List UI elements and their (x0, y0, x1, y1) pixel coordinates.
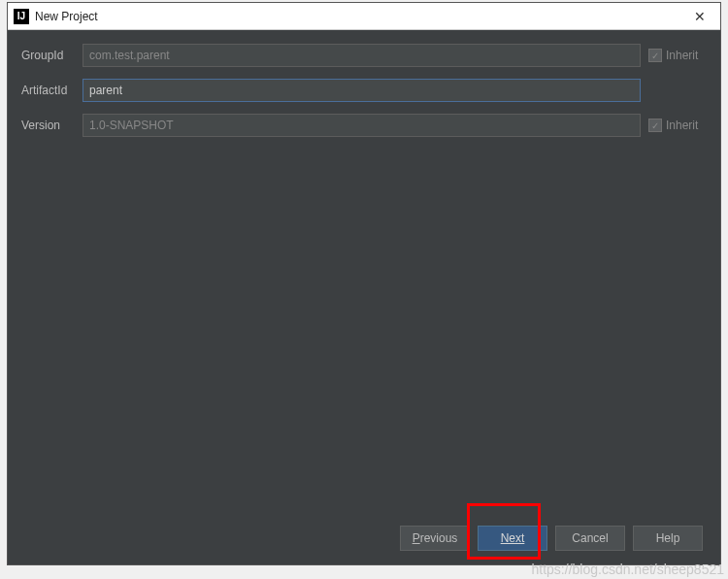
version-label: Version (21, 119, 75, 132)
groupid-inherit-label: Inherit (666, 49, 698, 62)
help-button[interactable]: Help (633, 526, 703, 551)
dialog-content: GroupId Inherit ArtifactId Version Inher… (8, 30, 720, 564)
groupid-row: GroupId Inherit (21, 44, 707, 67)
version-row: Version Inherit (21, 114, 707, 137)
groupid-label: GroupId (21, 49, 75, 62)
version-inherit-group: Inherit (648, 119, 707, 132)
next-button[interactable]: Next (478, 526, 547, 551)
groupid-input[interactable] (83, 44, 641, 67)
artifactid-label: ArtifactId (21, 84, 75, 97)
content-spacer (21, 149, 707, 516)
new-project-dialog: IJ New Project ✕ GroupId Inherit Artifac… (7, 2, 721, 565)
cancel-button[interactable]: Cancel (555, 526, 625, 551)
window-title: New Project (35, 10, 685, 23)
version-inherit-checkbox[interactable] (648, 119, 662, 132)
intellij-icon: IJ (14, 9, 29, 24)
version-input[interactable] (83, 114, 641, 137)
watermark-text: https://blog.csdn.net/sheep8521 (532, 562, 724, 577)
close-button[interactable]: ✕ (685, 7, 714, 26)
previous-button[interactable]: Previous (400, 526, 470, 551)
artifactid-row: ArtifactId (21, 79, 707, 102)
titlebar: IJ New Project ✕ (8, 3, 720, 30)
groupid-inherit-checkbox[interactable] (648, 49, 662, 62)
groupid-inherit-group: Inherit (648, 49, 707, 62)
artifactid-input[interactable] (83, 79, 641, 102)
version-inherit-label: Inherit (666, 119, 698, 132)
button-bar: Previous Next Cancel Help (21, 516, 707, 561)
